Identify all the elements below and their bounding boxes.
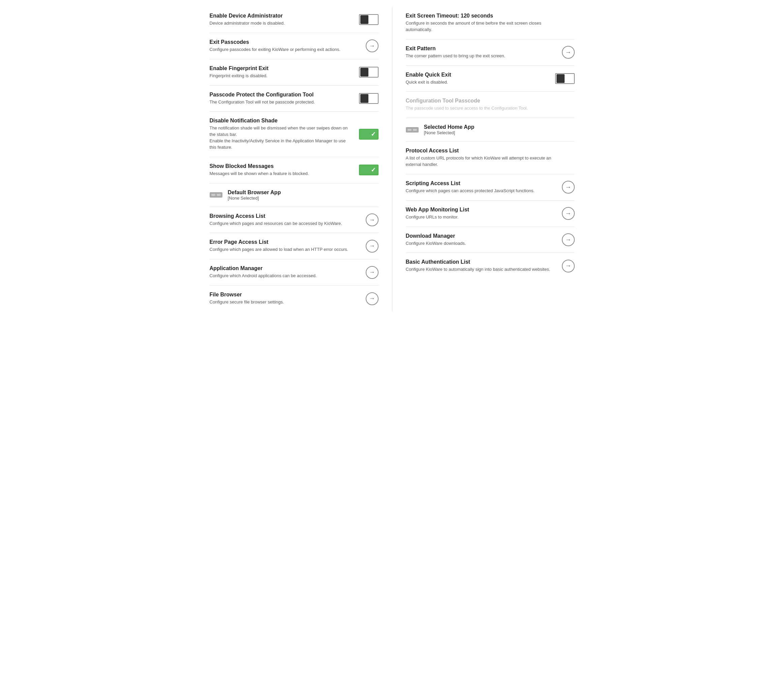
app-selector-title: Default Browser App bbox=[228, 190, 281, 196]
arrow-btn-application-manager[interactable] bbox=[366, 266, 379, 279]
setting-title-web-app-monitoring-list: Web App Monitoring List bbox=[406, 207, 555, 213]
setting-title-exit-pattern: Exit Pattern bbox=[406, 46, 555, 51]
setting-desc-scripting-access-list: Configure which pages can access protect… bbox=[406, 188, 555, 194]
arrow-btn-browsing-access-list[interactable] bbox=[366, 213, 379, 226]
setting-desc-web-app-monitoring-list: Configure URLs to monitor. bbox=[406, 214, 555, 221]
left-column: Enable Device Administrator Device admin… bbox=[196, 7, 392, 312]
setting-row-enable-fingerprint-exit: Enable Fingerprint Exit Fingerprint exit… bbox=[210, 59, 379, 86]
setting-title-application-manager: Application Manager bbox=[210, 266, 359, 271]
setting-title-disable-notification-shade: Disable Notification Shade bbox=[210, 118, 352, 124]
setting-row-application-manager: Application Manager Configure which Andr… bbox=[210, 259, 379, 285]
app-selector-title: Selected Home App bbox=[424, 124, 474, 130]
arrow-btn-web-app-monitoring-list[interactable] bbox=[562, 207, 575, 220]
arrow-btn-download-manager[interactable] bbox=[562, 233, 575, 246]
setting-desc-protocol-access-list: A list of custom URL protocols for which… bbox=[406, 155, 568, 168]
setting-title-show-blocked-messages: Show Blocked Messages bbox=[210, 163, 352, 169]
setting-desc-exit-screen-timeout: Configure in seconds the amount of time … bbox=[406, 20, 568, 33]
setting-row-browsing-access-list: Browsing Access List Configure which pag… bbox=[210, 207, 379, 233]
setting-title-enable-quick-exit: Enable Quick Exit bbox=[406, 72, 548, 78]
setting-row-enable-quick-exit: Enable Quick Exit Quick exit is disabled… bbox=[406, 66, 575, 92]
setting-row-exit-pattern: Exit Pattern The corner pattern used to … bbox=[406, 40, 575, 66]
setting-row-exit-passcodes: Exit Passcodes Configure passcodes for e… bbox=[210, 33, 379, 59]
settings-page: Enable Device Administrator Device admin… bbox=[196, 0, 588, 318]
app-selector-icon bbox=[406, 127, 418, 132]
setting-desc-exit-pattern: The corner pattern used to bring up the … bbox=[406, 53, 555, 59]
app-selector-value: [None Selected] bbox=[424, 130, 474, 135]
setting-desc-exit-passcodes: Configure passcodes for exiting KioWare … bbox=[210, 46, 359, 53]
setting-row-download-manager: Download Manager Configure KioWare downl… bbox=[406, 227, 575, 253]
setting-row-error-page-access-list: Error Page Access List Configure which p… bbox=[210, 233, 379, 259]
arrow-btn-file-browser[interactable] bbox=[366, 292, 379, 305]
setting-title-passcode-protect-config: Passcode Protect the Configuration Tool bbox=[210, 92, 352, 98]
toggle-enable-device-admin[interactable] bbox=[359, 14, 379, 25]
toggle-enable-fingerprint-exit[interactable] bbox=[359, 67, 379, 78]
toggle-passcode-protect-config[interactable] bbox=[359, 93, 379, 104]
setting-desc-enable-device-admin: Device administrator mode is disabled. bbox=[210, 20, 352, 26]
setting-desc-enable-fingerprint-exit: Fingerprint exiting is disabled. bbox=[210, 73, 352, 79]
setting-row-web-app-monitoring-list: Web App Monitoring List Configure URLs t… bbox=[406, 201, 575, 227]
setting-title-exit-passcodes: Exit Passcodes bbox=[210, 39, 359, 45]
arrow-btn-error-page-access-list[interactable] bbox=[366, 240, 379, 252]
toggle-enable-quick-exit[interactable] bbox=[555, 73, 575, 84]
arrow-btn-basic-authentication-list[interactable] bbox=[562, 260, 575, 272]
arrow-btn-exit-passcodes[interactable] bbox=[366, 40, 379, 52]
setting-row-scripting-access-list: Scripting Access List Configure which pa… bbox=[406, 174, 575, 201]
setting-title-scripting-access-list: Scripting Access List bbox=[406, 180, 555, 186]
setting-title-enable-fingerprint-exit: Enable Fingerprint Exit bbox=[210, 65, 352, 71]
setting-row-default-browser-app: Default Browser App [None Selected] bbox=[210, 183, 379, 207]
setting-desc-passcode-protect-config: The Configuration Tool will not be passc… bbox=[210, 99, 352, 106]
app-selector-icon bbox=[210, 192, 222, 198]
setting-desc-browsing-access-list: Configure which pages and resources can … bbox=[210, 221, 359, 227]
setting-row-protocol-access-list: Protocol Access List A list of custom UR… bbox=[406, 142, 575, 174]
setting-row-file-browser: File Browser Configure secure file brows… bbox=[210, 285, 379, 312]
setting-desc-configuration-tool-passcode: The passcode used to secure access to th… bbox=[406, 105, 568, 112]
setting-title-protocol-access-list: Protocol Access List bbox=[406, 148, 568, 154]
setting-desc-file-browser: Configure secure file browser settings. bbox=[210, 299, 359, 305]
setting-row-enable-device-admin: Enable Device Administrator Device admin… bbox=[210, 7, 379, 33]
setting-title-error-page-access-list: Error Page Access List bbox=[210, 239, 359, 245]
setting-desc-show-blocked-messages: Messages will be shown when a feature is… bbox=[210, 171, 352, 177]
app-selector-value: [None Selected] bbox=[228, 196, 281, 201]
setting-title-basic-authentication-list: Basic Authentication List bbox=[406, 259, 555, 265]
setting-title-download-manager: Download Manager bbox=[406, 233, 555, 239]
setting-title-file-browser: File Browser bbox=[210, 292, 359, 298]
setting-row-passcode-protect-config: Passcode Protect the Configuration Tool … bbox=[210, 86, 379, 112]
setting-title-enable-device-admin: Enable Device Administrator bbox=[210, 13, 352, 19]
setting-title-configuration-tool-passcode: Configuration Tool Passcode bbox=[406, 98, 568, 104]
setting-title-exit-screen-timeout: Exit Screen Timeout: 120 seconds bbox=[406, 13, 568, 19]
setting-desc-application-manager: Configure which Android applications can… bbox=[210, 273, 359, 279]
setting-row-configuration-tool-passcode: Configuration Tool Passcode The passcode… bbox=[406, 92, 575, 118]
setting-row-exit-screen-timeout: Exit Screen Timeout: 120 seconds Configu… bbox=[406, 7, 575, 40]
setting-desc-basic-authentication-list: Configure KioWare to automatically sign … bbox=[406, 266, 555, 273]
setting-row-basic-authentication-list: Basic Authentication List Configure KioW… bbox=[406, 253, 575, 279]
arrow-btn-exit-pattern[interactable] bbox=[562, 46, 575, 59]
setting-desc-enable-quick-exit: Quick exit is disabled. bbox=[406, 79, 548, 86]
setting-desc-disable-notification-shade: The notification shade will be dismissed… bbox=[210, 125, 352, 150]
setting-desc-download-manager: Configure KioWare downloads. bbox=[406, 241, 555, 247]
toggle-show-blocked-messages[interactable] bbox=[359, 165, 379, 175]
setting-row-show-blocked-messages: Show Blocked Messages Messages will be s… bbox=[210, 157, 379, 183]
setting-row-selected-home-app: Selected Home App [None Selected] bbox=[406, 118, 575, 142]
right-column: Exit Screen Timeout: 120 seconds Configu… bbox=[392, 7, 588, 312]
arrow-btn-scripting-access-list[interactable] bbox=[562, 181, 575, 193]
setting-desc-error-page-access-list: Configure which pages are allowed to loa… bbox=[210, 246, 359, 253]
setting-row-disable-notification-shade: Disable Notification Shade The notificat… bbox=[210, 112, 379, 157]
setting-title-browsing-access-list: Browsing Access List bbox=[210, 213, 359, 219]
toggle-disable-notification-shade[interactable] bbox=[359, 129, 379, 140]
